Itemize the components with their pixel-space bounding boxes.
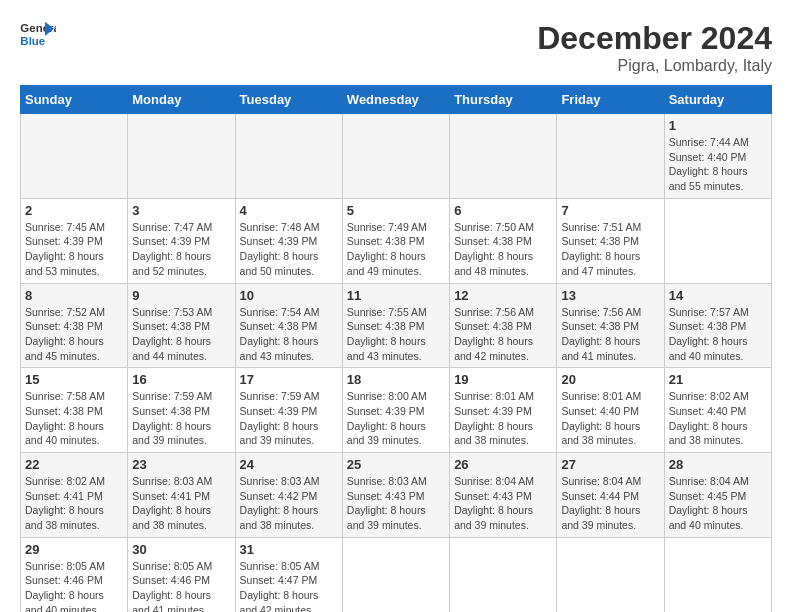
calendar-day: 9Sunrise: 7:53 AMSunset: 4:38 PMDaylight… [128,283,235,368]
day-number: 20 [561,372,659,387]
day-detail: Sunrise: 7:59 AMSunset: 4:39 PMDaylight:… [240,389,338,448]
day-detail: Sunrise: 8:04 AMSunset: 4:44 PMDaylight:… [561,474,659,533]
day-detail: Sunrise: 7:59 AMSunset: 4:38 PMDaylight:… [132,389,230,448]
calendar-day: 7Sunrise: 7:51 AMSunset: 4:38 PMDaylight… [557,198,664,283]
col-sunday: Sunday [21,86,128,114]
day-number: 31 [240,542,338,557]
day-detail: Sunrise: 7:51 AMSunset: 4:38 PMDaylight:… [561,220,659,279]
day-detail: Sunrise: 7:44 AMSunset: 4:40 PMDaylight:… [669,135,767,194]
calendar-day: 23Sunrise: 8:03 AMSunset: 4:41 PMDayligh… [128,453,235,538]
empty-cell [342,537,449,612]
day-number: 1 [669,118,767,133]
calendar-day: 25Sunrise: 8:03 AMSunset: 4:43 PMDayligh… [342,453,449,538]
calendar-day: 13Sunrise: 7:56 AMSunset: 4:38 PMDayligh… [557,283,664,368]
calendar-day: 17Sunrise: 7:59 AMSunset: 4:39 PMDayligh… [235,368,342,453]
calendar-day: 15Sunrise: 7:58 AMSunset: 4:38 PMDayligh… [21,368,128,453]
empty-cell [664,198,771,283]
day-number: 30 [132,542,230,557]
empty-cell [664,537,771,612]
calendar-day: 3Sunrise: 7:47 AMSunset: 4:39 PMDaylight… [128,198,235,283]
calendar-day: 6Sunrise: 7:50 AMSunset: 4:38 PMDaylight… [450,198,557,283]
day-number: 18 [347,372,445,387]
calendar-day: 4Sunrise: 7:48 AMSunset: 4:39 PMDaylight… [235,198,342,283]
calendar-day: 8Sunrise: 7:52 AMSunset: 4:38 PMDaylight… [21,283,128,368]
page-header: General Blue December 2024 Pigra, Lombar… [20,20,772,75]
calendar-day: 30Sunrise: 8:05 AMSunset: 4:46 PMDayligh… [128,537,235,612]
day-detail: Sunrise: 7:50 AMSunset: 4:38 PMDaylight:… [454,220,552,279]
day-number: 26 [454,457,552,472]
calendar-day: 26Sunrise: 8:04 AMSunset: 4:43 PMDayligh… [450,453,557,538]
day-detail: Sunrise: 7:54 AMSunset: 4:38 PMDaylight:… [240,305,338,364]
empty-cell [235,114,342,199]
calendar-header-row: Sunday Monday Tuesday Wednesday Thursday… [21,86,772,114]
calendar-day: 16Sunrise: 7:59 AMSunset: 4:38 PMDayligh… [128,368,235,453]
title-block: December 2024 Pigra, Lombardy, Italy [537,20,772,75]
calendar-table: Sunday Monday Tuesday Wednesday Thursday… [20,85,772,612]
day-number: 6 [454,203,552,218]
day-detail: Sunrise: 8:05 AMSunset: 4:47 PMDaylight:… [240,559,338,612]
day-number: 7 [561,203,659,218]
day-number: 25 [347,457,445,472]
col-monday: Monday [128,86,235,114]
day-number: 27 [561,457,659,472]
day-number: 22 [25,457,123,472]
day-number: 13 [561,288,659,303]
day-detail: Sunrise: 7:48 AMSunset: 4:39 PMDaylight:… [240,220,338,279]
day-detail: Sunrise: 7:56 AMSunset: 4:38 PMDaylight:… [454,305,552,364]
empty-cell [557,114,664,199]
day-number: 17 [240,372,338,387]
day-detail: Sunrise: 8:03 AMSunset: 4:41 PMDaylight:… [132,474,230,533]
empty-cell [450,537,557,612]
day-detail: Sunrise: 8:02 AMSunset: 4:40 PMDaylight:… [669,389,767,448]
day-number: 23 [132,457,230,472]
col-friday: Friday [557,86,664,114]
empty-cell [450,114,557,199]
day-detail: Sunrise: 8:01 AMSunset: 4:39 PMDaylight:… [454,389,552,448]
calendar-day: 11Sunrise: 7:55 AMSunset: 4:38 PMDayligh… [342,283,449,368]
calendar-week-row: 22Sunrise: 8:02 AMSunset: 4:41 PMDayligh… [21,453,772,538]
calendar-day: 5Sunrise: 7:49 AMSunset: 4:38 PMDaylight… [342,198,449,283]
calendar-week-row: 2Sunrise: 7:45 AMSunset: 4:39 PMDaylight… [21,198,772,283]
calendar-day: 29Sunrise: 8:05 AMSunset: 4:46 PMDayligh… [21,537,128,612]
day-detail: Sunrise: 7:47 AMSunset: 4:39 PMDaylight:… [132,220,230,279]
calendar-day: 21Sunrise: 8:02 AMSunset: 4:40 PMDayligh… [664,368,771,453]
calendar-day: 14Sunrise: 7:57 AMSunset: 4:38 PMDayligh… [664,283,771,368]
calendar-week-row: 29Sunrise: 8:05 AMSunset: 4:46 PMDayligh… [21,537,772,612]
day-detail: Sunrise: 8:01 AMSunset: 4:40 PMDaylight:… [561,389,659,448]
day-number: 8 [25,288,123,303]
day-detail: Sunrise: 8:04 AMSunset: 4:43 PMDaylight:… [454,474,552,533]
svg-text:Blue: Blue [20,35,45,47]
day-detail: Sunrise: 8:04 AMSunset: 4:45 PMDaylight:… [669,474,767,533]
location-title: Pigra, Lombardy, Italy [537,57,772,75]
day-number: 15 [25,372,123,387]
day-detail: Sunrise: 8:05 AMSunset: 4:46 PMDaylight:… [25,559,123,612]
calendar-week-row: 8Sunrise: 7:52 AMSunset: 4:38 PMDaylight… [21,283,772,368]
empty-cell [128,114,235,199]
day-number: 28 [669,457,767,472]
day-detail: Sunrise: 7:58 AMSunset: 4:38 PMDaylight:… [25,389,123,448]
day-number: 19 [454,372,552,387]
calendar-day: 12Sunrise: 7:56 AMSunset: 4:38 PMDayligh… [450,283,557,368]
col-wednesday: Wednesday [342,86,449,114]
day-number: 29 [25,542,123,557]
day-detail: Sunrise: 7:57 AMSunset: 4:38 PMDaylight:… [669,305,767,364]
day-number: 4 [240,203,338,218]
calendar-day: 22Sunrise: 8:02 AMSunset: 4:41 PMDayligh… [21,453,128,538]
col-tuesday: Tuesday [235,86,342,114]
calendar-day: 28Sunrise: 8:04 AMSunset: 4:45 PMDayligh… [664,453,771,538]
calendar-week-row: 15Sunrise: 7:58 AMSunset: 4:38 PMDayligh… [21,368,772,453]
day-detail: Sunrise: 8:05 AMSunset: 4:46 PMDaylight:… [132,559,230,612]
col-thursday: Thursday [450,86,557,114]
day-detail: Sunrise: 8:03 AMSunset: 4:42 PMDaylight:… [240,474,338,533]
day-number: 14 [669,288,767,303]
calendar-day: 2Sunrise: 7:45 AMSunset: 4:39 PMDaylight… [21,198,128,283]
day-number: 24 [240,457,338,472]
month-title: December 2024 [537,20,772,57]
day-detail: Sunrise: 8:00 AMSunset: 4:39 PMDaylight:… [347,389,445,448]
day-detail: Sunrise: 8:03 AMSunset: 4:43 PMDaylight:… [347,474,445,533]
empty-cell [342,114,449,199]
calendar-day: 19Sunrise: 8:01 AMSunset: 4:39 PMDayligh… [450,368,557,453]
day-number: 11 [347,288,445,303]
day-detail: Sunrise: 7:45 AMSunset: 4:39 PMDaylight:… [25,220,123,279]
empty-cell [21,114,128,199]
